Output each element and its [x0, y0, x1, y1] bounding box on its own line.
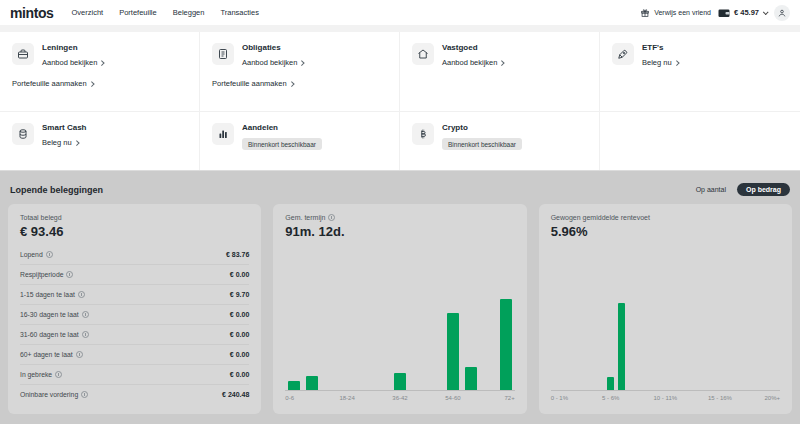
x-tick-label: 54-60 [445, 395, 460, 401]
bar-slot [758, 296, 769, 390]
table-row: 16-30 dagen te laat € 0.00 [20, 304, 249, 324]
chart-x-axis: 0-618-2436-4254-6072+ [285, 395, 514, 404]
info-icon[interactable] [328, 214, 335, 221]
chevron-right-icon [289, 81, 294, 86]
bar-slot [693, 296, 704, 390]
product-title: Obligaties [242, 43, 304, 52]
info-icon[interactable] [82, 311, 89, 318]
nav-item-portefeuille[interactable]: Portefeuille [119, 8, 157, 17]
referral-link[interactable]: Verwijs een vriend [640, 8, 711, 18]
product-card-crypto: Crypto Binnenkort beschikbaar [400, 112, 600, 170]
bar-slot [409, 296, 427, 390]
x-tick-label: 10 - 11% [654, 395, 678, 401]
info-icon[interactable] [66, 271, 73, 278]
bar [288, 381, 300, 390]
chevron-right-icon [74, 140, 79, 145]
status-breakdown-list: Lopend € 83.76 Respijtperiode € 0.00 1-1… [20, 245, 249, 404]
bar [618, 303, 625, 390]
table-row: Oninbare vordering € 240.48 [20, 384, 249, 404]
chart-x-axis: 0 - 1%5 - 6%10 - 11%15 - 16%20%+ [551, 395, 780, 404]
bar-slot [338, 296, 356, 390]
info-icon[interactable] [55, 371, 62, 378]
crypto-icon [412, 123, 434, 145]
chevron-right-icon [500, 60, 505, 65]
product-card-obligaties: Obligaties Aanbod bekijken Portefeuille … [200, 32, 400, 112]
bar-slot [594, 296, 605, 390]
product-grid: Leningen Aanbod bekijken Portefeuille aa… [0, 32, 800, 171]
bar [447, 313, 459, 390]
x-tick-label: 5 - 6% [602, 395, 619, 401]
view-offers-link[interactable]: Aanbod bekijken [442, 58, 504, 67]
bar-slot [356, 296, 374, 390]
info-icon[interactable] [78, 291, 85, 298]
bar-slot [462, 296, 480, 390]
product-title: Crypto [442, 123, 522, 132]
bar-slot [682, 296, 693, 390]
bar-slot [605, 296, 616, 390]
chart-plot-area [551, 296, 780, 391]
coins-icon [12, 123, 34, 145]
bar-slot [573, 296, 584, 390]
table-row: Respijtperiode € 0.00 [20, 264, 249, 284]
average-interest-label: Gewogen gemiddelde rentevoet [551, 214, 650, 221]
x-tick-label: 0 - 1% [551, 395, 568, 401]
chevron-right-icon [89, 81, 94, 86]
bar-slot [714, 296, 725, 390]
bar-slot [551, 296, 562, 390]
info-icon[interactable] [81, 391, 88, 398]
toggle-by-count[interactable]: Op aantal [687, 183, 735, 196]
average-term-card: Gem. termijn 91m. 12d. 0-618-2436-4254-6… [273, 204, 526, 414]
term-distribution-chart: 0-618-2436-4254-6072+ [285, 296, 514, 404]
document-icon [212, 43, 234, 65]
bar [306, 376, 318, 390]
table-row: In gebreke € 0.00 [20, 364, 249, 384]
bar-slot [303, 296, 321, 390]
mintos-logo[interactable]: mintos [10, 5, 54, 21]
create-portfolio-link[interactable]: Portefeuille aanmaken [212, 79, 387, 88]
bar-slot [562, 296, 573, 390]
bar-slot [444, 296, 462, 390]
account-balance: € 45.97 [734, 8, 759, 17]
average-term-label: Gem. termijn [285, 214, 325, 221]
wallet-balance-dropdown[interactable]: € 45.97 [718, 8, 767, 18]
product-title: Smart Cash [42, 123, 86, 132]
product-title: Aandelen [242, 123, 322, 132]
user-avatar[interactable] [774, 5, 790, 21]
person-icon [777, 8, 787, 18]
info-icon[interactable] [82, 331, 89, 338]
bar-slot [321, 296, 339, 390]
view-offers-link[interactable]: Aanbod bekijken [242, 58, 304, 67]
x-tick-label: 18-24 [339, 395, 354, 401]
invest-now-link[interactable]: Beleg nu [642, 58, 678, 67]
section-divider [0, 25, 800, 32]
total-invested-card: Totaal belegd € 93.46 Lopend € 83.76 Res… [8, 204, 261, 414]
bar-slot [616, 296, 627, 390]
x-tick-label: 15 - 16% [708, 395, 732, 401]
chevron-right-icon [300, 60, 305, 65]
info-icon[interactable] [76, 351, 83, 358]
coming-soon-badge: Binnenkort beschikbaar [242, 138, 322, 150]
bar-slot [704, 296, 715, 390]
bar-slot [660, 296, 671, 390]
invest-now-link[interactable]: Beleg nu [42, 138, 86, 147]
info-icon[interactable] [46, 251, 53, 258]
referral-label: Verwijs een vriend [654, 9, 711, 16]
topbar-right: Verwijs een vriend € 45.97 [640, 5, 790, 21]
coming-soon-badge: Binnenkort beschikbaar [442, 138, 522, 150]
bar-slot [497, 296, 515, 390]
table-row: 1-15 dagen te laat € 9.70 [20, 284, 249, 304]
create-portfolio-link[interactable]: Portefeuille aanmaken [12, 79, 187, 88]
x-tick-label: 0-6 [285, 395, 294, 401]
bar [607, 377, 614, 390]
nav-item-beleggen[interactable]: Beleggen [173, 8, 205, 17]
nav-item-overzicht[interactable]: Overzicht [72, 8, 104, 17]
product-title: ETF's [642, 43, 678, 52]
nav-item-transacties[interactable]: Transacties [220, 8, 259, 17]
current-investments-section: Lopende beleggingen Op aantal Op bedrag … [0, 171, 800, 424]
view-offers-link[interactable]: Aanbod bekijken [42, 58, 104, 67]
bar-slot [479, 296, 497, 390]
toggle-by-amount[interactable]: Op bedrag [737, 183, 790, 196]
bar-slot [391, 296, 409, 390]
bar-slot [426, 296, 444, 390]
total-invested-value: € 93.46 [20, 224, 249, 239]
